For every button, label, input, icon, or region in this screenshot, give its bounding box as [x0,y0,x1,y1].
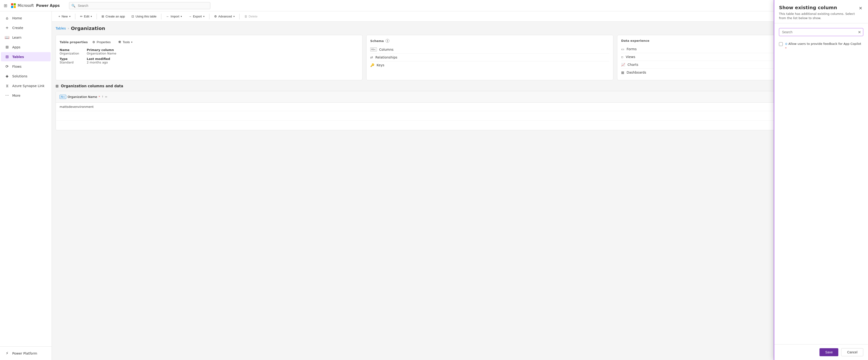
edit-column-icon[interactable]: ✏ [105,95,107,99]
content-area: + New ▾ ✏ Edit ▾ ⊞ Create an app ⊡ Using… [52,11,868,360]
last-modified-field: Last modified 2 months ago [87,57,116,64]
search-input[interactable] [69,2,210,9]
export-chevron-icon: ▾ [203,15,205,18]
schema-item-keys[interactable]: 🔑 Keys [370,61,609,69]
sidebar-label-apps: Apps [12,45,21,49]
import-button[interactable]: ← Import ▾ [163,13,185,20]
sidebar-label-learn: Learn [12,36,22,39]
panel-search-clear-button[interactable]: ✕ [858,30,861,34]
schema-columns-label: Columns [379,48,394,51]
tables-icon: ⊞ [5,55,9,59]
type-value: Standard [60,61,79,64]
sort-icon[interactable]: ↑ [101,95,104,99]
panel-checkbox-row: ⊙ Allow users to provide feedback for Ap… [779,40,863,52]
required-star: * [98,95,100,99]
forms-icon: ▭ [621,47,624,51]
schema-title: Schema i [370,39,609,43]
grid-icon[interactable]: ⊞ [4,3,7,8]
advanced-label: Advanced [218,15,232,18]
apps-icon: ⊞ [5,45,9,49]
delete-button[interactable]: 🗑 Delete [242,13,260,20]
last-modified-label: Last modified [87,57,116,61]
copilot-feedback-checkbox[interactable] [779,42,783,46]
new-icon: + [58,15,60,18]
sidebar-label-home: Home [12,16,22,20]
tools-button[interactable]: 🛠 Tools ▾ [116,39,135,45]
toolbar: + New ▾ ✏ Edit ▾ ⊞ Create an app ⊡ Using… [52,11,868,22]
schema-card: Schema i Abc Columns ⇄ Relationships 🔑 K… [366,35,613,80]
tools-icon: 🛠 [118,40,121,44]
col-name-header-label: Organization Name [68,95,97,99]
company-name: Microsoft [18,3,34,8]
sidebar-item-solutions[interactable]: ◈ Solutions [1,72,51,81]
create-app-button[interactable]: ⊞ Create an app [99,13,128,20]
new-button[interactable]: + New ▾ [56,13,73,20]
sidebar-label-flows: Flows [12,65,22,68]
export-button[interactable]: → Export ▾ [186,13,207,20]
advanced-button[interactable]: ⚙ Advanced ▾ [211,13,238,20]
solutions-icon: ◈ [5,74,9,78]
columns-section-title: Organization columns and data [61,84,123,88]
sidebar-item-flows[interactable]: ⟳ Flows [1,62,51,71]
sidebar-item-azure-synapse[interactable]: ⧖ Azure Synapse Link [1,81,51,90]
sidebar-label-power-platform: Power Platform [12,352,37,355]
edit-chevron-icon: ▾ [91,15,92,18]
breadcrumb-current: Organization [71,26,105,31]
panel-search-input[interactable]: copilot [779,28,863,36]
tools-chevron-icon: ▾ [131,41,132,44]
name-label: Name [60,48,79,52]
logo: Microsoft Power Apps [11,3,60,8]
dashboards-icon: ▦ [621,71,624,74]
panel-header: Show existing column This table has addi… [774,0,868,23]
power-platform-icon: ⚡ [5,351,9,356]
sidebar-item-learn[interactable]: 📖 Learn [1,33,51,42]
toggle-icon: ⊙ [785,42,788,46]
breadcrumb-tables-link[interactable]: Tables [56,26,66,30]
sidebar-item-tables[interactable]: ⊞ Tables [1,52,51,61]
sidebar-item-more[interactable]: ··· More [1,91,51,100]
properties-button[interactable]: ⚙ Properties [90,39,113,45]
schema-info-icon[interactable]: i [385,39,390,43]
data-exp-forms-label: Forms [626,47,637,51]
save-button[interactable]: Save [819,348,838,356]
import-icon: ← [166,15,169,18]
topbar: ⊞ Microsoft Power Apps 🔍 🌐 ? 🔔 ⚙ M [0,0,868,11]
edit-label: Edit [84,15,89,18]
sidebar-item-create[interactable]: + Create [1,23,51,32]
schema-list: Abc Columns ⇄ Relationships 🔑 Keys [370,46,609,69]
columns-header: ⊞ Organization columns and data [56,84,864,88]
breadcrumb-separator: › [68,26,69,30]
primary-col-value: Organization Name [87,52,116,55]
create-icon: + [5,26,9,30]
edit-button[interactable]: ✏ Edit ▾ [77,13,95,20]
table-row: mattsdevenvironment [56,103,864,111]
views-icon: ▫ [621,55,623,59]
sidebar-bottom: ⚡ Power Platform [0,346,52,358]
search-bar[interactable]: 🔍 [69,2,210,9]
sidebar-item-apps[interactable]: ⊞ Apps [1,43,51,52]
panel-search-wrap: copilot ✕ [779,28,863,36]
type-label: Type [60,57,79,61]
sidebar-item-home[interactable]: ⌂ Home [1,13,51,23]
card-tools: ⚙ Properties 🛠 Tools ▾ [90,39,135,45]
copilot-feedback-label: ⊙ Allow users to provide feedback for Ap… [785,42,863,50]
sidebar-label-more: More [12,94,21,98]
import-label: Import [170,15,179,18]
data-exp-charts-label: Charts [627,63,638,66]
table-props-label: Table properties [60,40,88,44]
search-icon: 🔍 [71,4,75,7]
sidebar-label-tables: Tables [12,55,24,59]
using-table-icon: ⊡ [131,15,134,18]
col-header-name: Abc Organization Name * ↑ ✏ [56,93,824,101]
cancel-button[interactable]: Cancel [841,348,863,356]
sidebar-item-power-platform[interactable]: ⚡ Power Platform [1,349,51,358]
type-field: Type Standard [60,57,79,64]
panel-close-button[interactable]: ✕ [858,5,863,12]
relationships-icon: ⇄ [370,55,373,59]
app-name: Power Apps [36,3,60,8]
schema-item-columns[interactable]: Abc Columns [370,46,609,54]
using-table-button[interactable]: ⊡ Using this table [129,13,159,20]
table-row-empty-2 [56,120,864,130]
schema-item-relationships[interactable]: ⇄ Relationships [370,54,609,61]
primary-col-label: Primary column [87,48,116,52]
